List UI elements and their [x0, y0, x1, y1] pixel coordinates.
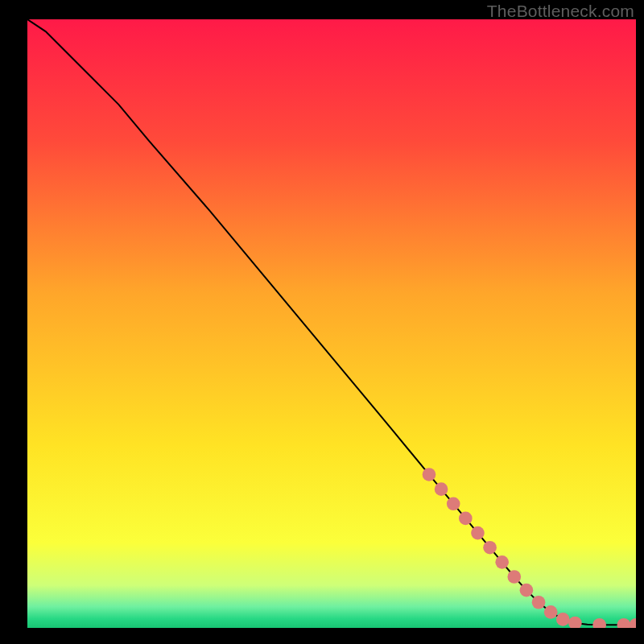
chart-background — [27, 19, 636, 628]
chart-plot — [27, 19, 636, 628]
watermark-text: TheBottleneck.com — [487, 2, 634, 21]
marker-dot — [495, 555, 509, 569]
marker-dot — [459, 512, 473, 526]
marker-dot — [544, 605, 558, 619]
marker-dot — [435, 482, 448, 496]
marker-dot — [483, 541, 497, 555]
marker-dot — [556, 613, 570, 626]
marker-dot — [532, 596, 546, 609]
chart-svg — [27, 19, 636, 628]
chart-stage: TheBottleneck.com — [0, 0, 644, 644]
marker-dot — [471, 526, 485, 540]
marker-dot — [520, 584, 534, 597]
marker-dot — [447, 497, 460, 510]
marker-dot — [507, 570, 521, 584]
marker-dot — [423, 468, 436, 481]
